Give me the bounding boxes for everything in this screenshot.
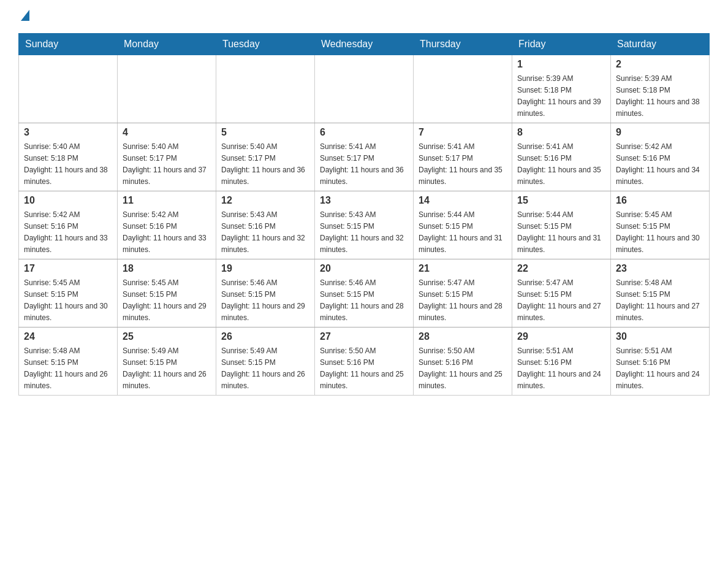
day-number: 6 (320, 127, 408, 138)
weekday-header-tuesday: Tuesday (216, 34, 315, 55)
day-number: 13 (320, 195, 408, 206)
day-number: 18 (123, 263, 211, 274)
calendar-table: SundayMondayTuesdayWednesdayThursdayFrid… (18, 33, 710, 396)
calendar-cell: 5Sunrise: 5:40 AM Sunset: 5:17 PM Daylig… (216, 123, 315, 191)
calendar-cell (216, 55, 315, 123)
calendar-cell (118, 55, 216, 123)
calendar-cell: 3Sunrise: 5:40 AM Sunset: 5:18 PM Daylig… (19, 123, 118, 191)
day-number: 7 (419, 127, 507, 138)
calendar-cell: 23Sunrise: 5:48 AM Sunset: 5:15 PM Dayli… (611, 259, 710, 327)
calendar-cell: 18Sunrise: 5:45 AM Sunset: 5:15 PM Dayli… (118, 259, 216, 327)
calendar-cell: 11Sunrise: 5:42 AM Sunset: 5:16 PM Dayli… (118, 191, 216, 259)
day-number: 8 (517, 127, 605, 138)
day-info-text: Sunrise: 5:46 AM Sunset: 5:15 PM Dayligh… (320, 278, 404, 322)
day-number: 20 (320, 263, 408, 274)
weekday-header-sunday: Sunday (19, 34, 118, 55)
day-info-text: Sunrise: 5:41 AM Sunset: 5:17 PM Dayligh… (419, 142, 502, 186)
day-info-text: Sunrise: 5:49 AM Sunset: 5:15 PM Dayligh… (221, 347, 305, 390)
weekday-header-monday: Monday (118, 34, 216, 55)
day-number: 22 (517, 263, 605, 274)
calendar-cell: 13Sunrise: 5:43 AM Sunset: 5:15 PM Dayli… (315, 191, 414, 259)
logo (18, 12, 29, 21)
day-number: 10 (24, 195, 112, 206)
calendar-cell: 12Sunrise: 5:43 AM Sunset: 5:16 PM Dayli… (216, 191, 315, 259)
day-number: 12 (221, 195, 309, 206)
calendar-cell: 14Sunrise: 5:44 AM Sunset: 5:15 PM Dayli… (414, 191, 512, 259)
calendar-cell: 30Sunrise: 5:51 AM Sunset: 5:16 PM Dayli… (611, 327, 710, 396)
day-number: 9 (616, 127, 704, 138)
logo-triangle-icon (21, 10, 29, 21)
day-number: 14 (419, 195, 507, 206)
day-info-text: Sunrise: 5:40 AM Sunset: 5:18 PM Dayligh… (24, 142, 108, 186)
weekday-header-thursday: Thursday (414, 34, 512, 55)
calendar-cell: 2Sunrise: 5:39 AM Sunset: 5:18 PM Daylig… (611, 55, 710, 123)
day-number: 17 (24, 263, 112, 274)
calendar-cell: 24Sunrise: 5:48 AM Sunset: 5:15 PM Dayli… (19, 327, 118, 396)
calendar-cell: 6Sunrise: 5:41 AM Sunset: 5:17 PM Daylig… (315, 123, 414, 191)
day-info-text: Sunrise: 5:40 AM Sunset: 5:17 PM Dayligh… (123, 142, 207, 186)
day-number: 27 (320, 331, 408, 342)
calendar-cell: 9Sunrise: 5:42 AM Sunset: 5:16 PM Daylig… (611, 123, 710, 191)
calendar-cell: 21Sunrise: 5:47 AM Sunset: 5:15 PM Dayli… (414, 259, 512, 327)
calendar-week-row: 24Sunrise: 5:48 AM Sunset: 5:15 PM Dayli… (19, 327, 710, 396)
day-number: 3 (24, 127, 112, 138)
day-number: 19 (221, 263, 309, 274)
day-number: 29 (517, 331, 605, 342)
calendar-cell: 15Sunrise: 5:44 AM Sunset: 5:15 PM Dayli… (512, 191, 611, 259)
calendar-cell: 27Sunrise: 5:50 AM Sunset: 5:16 PM Dayli… (315, 327, 414, 396)
calendar-cell: 29Sunrise: 5:51 AM Sunset: 5:16 PM Dayli… (512, 327, 611, 396)
calendar-cell: 8Sunrise: 5:41 AM Sunset: 5:16 PM Daylig… (512, 123, 611, 191)
day-info-text: Sunrise: 5:44 AM Sunset: 5:15 PM Dayligh… (419, 210, 502, 254)
day-info-text: Sunrise: 5:45 AM Sunset: 5:15 PM Dayligh… (123, 278, 207, 322)
day-info-text: Sunrise: 5:42 AM Sunset: 5:16 PM Dayligh… (123, 210, 207, 254)
day-info-text: Sunrise: 5:45 AM Sunset: 5:15 PM Dayligh… (616, 210, 700, 254)
day-info-text: Sunrise: 5:42 AM Sunset: 5:16 PM Dayligh… (24, 210, 108, 254)
day-number: 23 (616, 263, 704, 274)
calendar-cell: 4Sunrise: 5:40 AM Sunset: 5:17 PM Daylig… (118, 123, 216, 191)
day-info-text: Sunrise: 5:43 AM Sunset: 5:15 PM Dayligh… (320, 210, 404, 254)
weekday-header-wednesday: Wednesday (315, 34, 414, 55)
day-info-text: Sunrise: 5:49 AM Sunset: 5:15 PM Dayligh… (123, 347, 207, 390)
day-number: 26 (221, 331, 309, 342)
calendar-cell: 16Sunrise: 5:45 AM Sunset: 5:15 PM Dayli… (611, 191, 710, 259)
day-info-text: Sunrise: 5:39 AM Sunset: 5:18 PM Dayligh… (517, 74, 601, 118)
day-info-text: Sunrise: 5:50 AM Sunset: 5:16 PM Dayligh… (320, 347, 404, 390)
calendar-week-row: 1Sunrise: 5:39 AM Sunset: 5:18 PM Daylig… (19, 55, 710, 123)
day-info-text: Sunrise: 5:48 AM Sunset: 5:15 PM Dayligh… (24, 347, 108, 390)
day-info-text: Sunrise: 5:48 AM Sunset: 5:15 PM Dayligh… (616, 278, 700, 322)
calendar-cell (414, 55, 512, 123)
day-info-text: Sunrise: 5:43 AM Sunset: 5:16 PM Dayligh… (221, 210, 305, 254)
calendar-cell: 20Sunrise: 5:46 AM Sunset: 5:15 PM Dayli… (315, 259, 414, 327)
calendar-week-row: 17Sunrise: 5:45 AM Sunset: 5:15 PM Dayli… (19, 259, 710, 327)
day-number: 30 (616, 331, 704, 342)
calendar-cell: 26Sunrise: 5:49 AM Sunset: 5:15 PM Dayli… (216, 327, 315, 396)
weekday-header-row: SundayMondayTuesdayWednesdayThursdayFrid… (19, 34, 710, 55)
day-number: 4 (123, 127, 211, 138)
calendar-cell (19, 55, 118, 123)
calendar-week-row: 3Sunrise: 5:40 AM Sunset: 5:18 PM Daylig… (19, 123, 710, 191)
day-number: 25 (123, 331, 211, 342)
day-number: 2 (616, 59, 704, 70)
day-number: 24 (24, 331, 112, 342)
day-info-text: Sunrise: 5:42 AM Sunset: 5:16 PM Dayligh… (616, 142, 700, 186)
day-number: 15 (517, 195, 605, 206)
calendar-cell: 1Sunrise: 5:39 AM Sunset: 5:18 PM Daylig… (512, 55, 611, 123)
calendar-cell: 10Sunrise: 5:42 AM Sunset: 5:16 PM Dayli… (19, 191, 118, 259)
calendar-cell: 28Sunrise: 5:50 AM Sunset: 5:16 PM Dayli… (414, 327, 512, 396)
day-number: 11 (123, 195, 211, 206)
day-info-text: Sunrise: 5:51 AM Sunset: 5:16 PM Dayligh… (616, 347, 700, 390)
day-info-text: Sunrise: 5:41 AM Sunset: 5:16 PM Dayligh… (517, 142, 601, 186)
calendar-cell (315, 55, 414, 123)
day-info-text: Sunrise: 5:46 AM Sunset: 5:15 PM Dayligh… (221, 278, 305, 322)
day-info-text: Sunrise: 5:41 AM Sunset: 5:17 PM Dayligh… (320, 142, 404, 186)
calendar-cell: 17Sunrise: 5:45 AM Sunset: 5:15 PM Dayli… (19, 259, 118, 327)
day-info-text: Sunrise: 5:47 AM Sunset: 5:15 PM Dayligh… (419, 278, 502, 322)
day-number: 16 (616, 195, 704, 206)
day-number: 21 (419, 263, 507, 274)
logo-blue-text (18, 10, 29, 21)
calendar-cell: 19Sunrise: 5:46 AM Sunset: 5:15 PM Dayli… (216, 259, 315, 327)
weekday-header-saturday: Saturday (611, 34, 710, 55)
calendar-cell: 22Sunrise: 5:47 AM Sunset: 5:15 PM Dayli… (512, 259, 611, 327)
page-header (18, 12, 710, 21)
day-number: 1 (517, 59, 605, 70)
